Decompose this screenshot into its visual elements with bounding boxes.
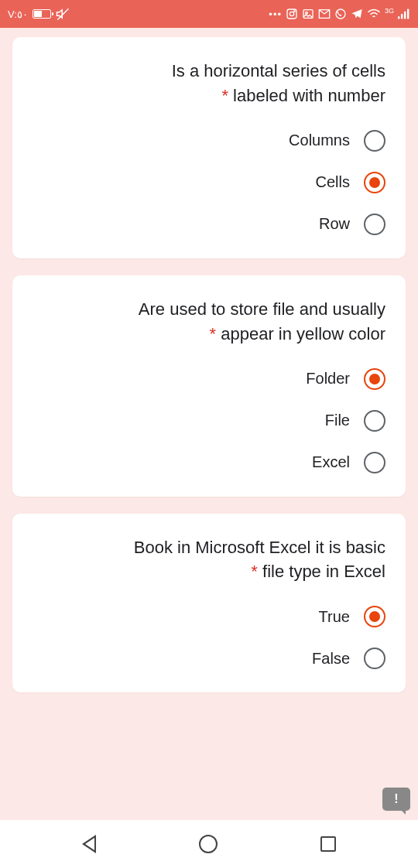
radio-button[interactable] — [364, 214, 385, 235]
radio-button[interactable] — [364, 130, 385, 152]
whatsapp-icon — [334, 8, 347, 20]
status-time: V:٥٠ — [8, 9, 28, 20]
svg-point-6 — [336, 9, 345, 19]
option-row[interactable]: True — [33, 606, 385, 627]
option-label: File — [325, 412, 350, 429]
svg-rect-9 — [404, 12, 406, 19]
svg-rect-7 — [398, 16, 399, 19]
instagram-icon — [286, 8, 298, 20]
question-text: Book in Microsoft Excel it is basic* fil… — [33, 535, 385, 585]
radio-button[interactable] — [364, 172, 385, 193]
question-card: Are used to store file and usually* appe… — [12, 275, 406, 497]
radio-button[interactable] — [364, 606, 385, 627]
option-row[interactable]: Row — [33, 214, 385, 235]
option-row[interactable]: False — [33, 648, 385, 669]
svg-rect-10 — [407, 9, 409, 19]
options-group: FolderFileExcel — [33, 368, 385, 473]
mute-icon — [56, 7, 70, 21]
question-text: Is a horizontal series of cells* labeled… — [33, 59, 385, 108]
battery-icon — [33, 9, 51, 19]
status-left: V:٥٠ — [8, 7, 70, 21]
radio-button[interactable] — [364, 410, 385, 432]
photo-icon — [302, 8, 314, 20]
options-group: TrueFalse — [33, 606, 385, 669]
radio-button[interactable] — [364, 648, 385, 669]
radio-button[interactable] — [364, 368, 385, 390]
status-right: ••• 3G — [269, 8, 410, 20]
nav-recent-button[interactable] — [320, 836, 336, 852]
question-card: Is a horizontal series of cells* labeled… — [12, 37, 406, 258]
option-label: True — [319, 608, 350, 626]
option-label: Cells — [316, 173, 350, 191]
option-row[interactable]: Columns — [33, 130, 385, 152]
options-group: ColumnsCellsRow — [33, 130, 385, 235]
status-bar: V:٥٠ ••• 3G — [0, 0, 418, 28]
nav-bar — [0, 820, 418, 868]
svg-point-2 — [290, 12, 293, 15]
wifi-icon — [367, 9, 381, 19]
nav-home-button[interactable] — [199, 835, 218, 853]
option-label: Columns — [289, 132, 350, 149]
svg-point-5 — [306, 12, 308, 14]
svg-rect-8 — [401, 14, 403, 19]
report-fab[interactable]: ! — [382, 788, 410, 811]
option-label: Folder — [306, 370, 350, 388]
svg-line-0 — [57, 9, 68, 19]
option-row[interactable]: Cells — [33, 172, 385, 193]
question-text: Are used to store file and usually* appe… — [33, 297, 385, 347]
option-row[interactable]: Excel — [33, 452, 385, 473]
form-content: Is a horizontal series of cells* labeled… — [0, 28, 418, 820]
more-icon: ••• — [269, 9, 282, 20]
option-row[interactable]: File — [33, 410, 385, 432]
question-card: Book in Microsoft Excel it is basic* fil… — [12, 514, 406, 693]
network-badge: 3G — [385, 7, 394, 15]
svg-point-3 — [294, 11, 295, 12]
nav-back-button[interactable] — [82, 835, 96, 853]
option-label: False — [312, 650, 350, 668]
radio-button[interactable] — [364, 452, 385, 473]
option-label: Row — [319, 215, 350, 233]
option-label: Excel — [312, 453, 350, 471]
option-row[interactable]: Folder — [33, 368, 385, 390]
telegram-icon — [351, 8, 363, 20]
report-fab-label: ! — [394, 792, 398, 806]
gmail-icon — [318, 9, 331, 19]
signal-icon — [398, 9, 410, 19]
